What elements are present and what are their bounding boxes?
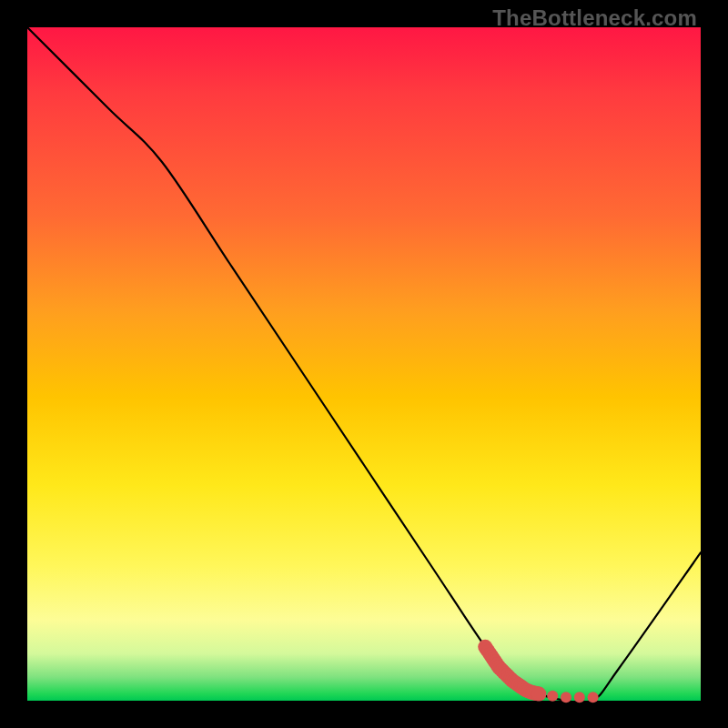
valley-dot (561, 692, 571, 703)
valley-dot (547, 691, 558, 702)
valley-dot (588, 692, 599, 703)
chart-frame: TheBottleneck.com (0, 0, 728, 728)
valley-marker-group (478, 640, 598, 703)
curve-layer (27, 27, 701, 701)
plot-area (27, 27, 701, 701)
valley-dot (574, 692, 585, 703)
valley-dot (531, 687, 546, 702)
bottleneck-curve (27, 27, 701, 703)
